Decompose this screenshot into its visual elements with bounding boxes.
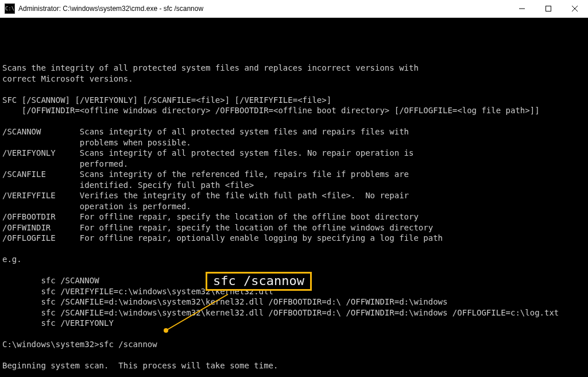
cmd-window: C:\ Administrator: C:\windows\system32\c… [0,0,588,377]
svg-rect-1 [546,6,551,11]
console-line: sfc /SCANFILE=d:\windows\system32\kernel… [2,307,586,318]
console-line: identified. Specify full path <file> [2,180,586,191]
console-line [2,350,586,361]
console-line: /SCANFILE Scans integrity of the referen… [2,169,586,180]
console-line: operation is performed. [2,201,586,212]
console-line [2,371,586,378]
annotation-callout: sfc /scannow [206,272,312,291]
console-line: sfc /VERIFYONLY [2,318,586,329]
annotation-dot [164,328,168,333]
console-line: /VERIFYFILE Verifies the integrity of th… [2,190,586,201]
console-line: [/OFFWINDIR=<offline windows directory> … [2,105,586,116]
console-line [2,244,586,255]
console-line: /OFFLOGFILE For offline repair, optional… [2,233,586,244]
console-line: /SCANNOW Scans integrity of all protecte… [2,126,586,137]
console-line [2,116,586,127]
console-line: correct Microsoft versions. [2,74,586,84]
console-line: Beginning system scan. This process will… [2,360,586,371]
console-line: /OFFWINDIR For offline repair, specify t… [2,222,586,233]
console-line [2,52,586,63]
console-line: SFC [/SCANNOW] [/VERIFYONLY] [/SCANFILE=… [2,95,586,106]
window-title: Administrator: C:\windows\system32\cmd.e… [18,5,509,13]
console-line: /VERIFYONLY Scans integrity of all prote… [2,148,586,159]
console-line: C:\windows\system32>sfc /scannow [2,339,586,350]
console-line: e.g. [2,254,586,265]
console-line: Scans the integrity of all protected sys… [2,63,586,74]
cmd-icon: C:\ [5,3,15,14]
console-line: problems when possible. [2,137,586,148]
titlebar: C:\ Administrator: C:\windows\system32\c… [0,0,588,18]
close-button[interactable] [562,0,588,17]
console-line: /OFFBOOTDIR For offline repair, specify … [2,211,586,222]
minimize-button[interactable] [509,0,535,17]
console-line [2,84,586,95]
console-line: sfc /SCANFILE=d:\windows\system32\kernel… [2,297,586,307]
console-line [2,329,586,340]
maximize-button[interactable] [535,0,562,17]
console-output[interactable]: Scans the integrity of all protected sys… [0,18,588,377]
console-line: performed. [2,159,586,170]
